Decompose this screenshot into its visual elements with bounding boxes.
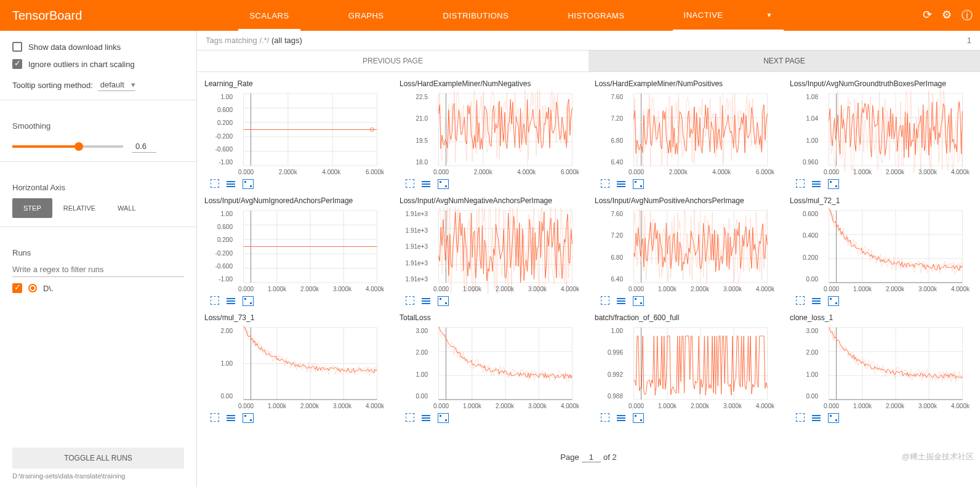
chart-plot[interactable]: 3.002.001.000.00 0.0001.000k2.000k3.000k… bbox=[790, 324, 973, 411]
chart-title: Loss/HardExampleMiner/NumPositives bbox=[595, 79, 777, 88]
tag-filter-bar: Tags matching /.*/ (all tags) 1 bbox=[197, 31, 980, 50]
chart-plot[interactable]: 2.001.000.00 0.0001.000k2.000k3.000k4.00… bbox=[204, 324, 387, 411]
watermark: @稀土掘金技术社区 bbox=[902, 451, 974, 462]
box-icon[interactable] bbox=[438, 413, 449, 423]
box-icon[interactable] bbox=[828, 296, 839, 306]
box-icon[interactable] bbox=[438, 296, 449, 306]
expand-icon[interactable] bbox=[601, 413, 609, 422]
lines-icon[interactable] bbox=[811, 179, 822, 189]
chart-title: TotalLoss bbox=[400, 313, 582, 322]
chart-card: Learning_Rate 1.000.6000.200-0.200-0.600… bbox=[204, 79, 387, 189]
horiz-axis-label: Horizontal Axis bbox=[12, 183, 184, 192]
expand-icon[interactable] bbox=[601, 296, 609, 305]
chart-card: Loss/HardExampleMiner/NumNegatives 22.52… bbox=[400, 79, 582, 189]
chart-title: Loss/Input/AvgNumIgnoredAnchorsPerImage bbox=[204, 196, 387, 205]
lines-icon[interactable] bbox=[225, 296, 236, 306]
checkbox-checked-icon[interactable] bbox=[12, 283, 22, 293]
lines-icon[interactable] bbox=[420, 179, 432, 189]
expand-icon[interactable] bbox=[406, 413, 414, 422]
lines-icon[interactable] bbox=[225, 179, 236, 189]
lines-icon[interactable] bbox=[616, 296, 627, 306]
box-icon[interactable] bbox=[828, 413, 839, 423]
box-icon[interactable] bbox=[633, 413, 644, 423]
chart-plot[interactable]: 1.000.6000.200-0.200-0.600-1.00 0.0001.0… bbox=[204, 207, 387, 294]
runs-filter-input[interactable] bbox=[12, 262, 184, 277]
checkbox-unchecked-icon[interactable] bbox=[12, 42, 22, 52]
axis-wall-button[interactable]: WALL bbox=[106, 198, 147, 218]
tab-graphs[interactable]: GRAPHS bbox=[337, 0, 395, 31]
chart-card: Loss/Input/AvgNumIgnoredAnchorsPerImage … bbox=[204, 196, 387, 306]
next-page-button[interactable]: NEXT PAGE bbox=[588, 50, 980, 72]
ignore-outliers-row[interactable]: Ignore outliers in chart scaling bbox=[12, 59, 184, 69]
expand-icon[interactable] bbox=[406, 179, 414, 188]
chart-plot[interactable]: 1.000.6000.200-0.200-0.600-1.00 0.0002.0… bbox=[204, 91, 387, 177]
prev-page-button[interactable]: PREVIOUS PAGE bbox=[197, 50, 588, 72]
box-icon[interactable] bbox=[438, 179, 449, 189]
info-icon[interactable]: ⓘ bbox=[962, 8, 973, 23]
chart-plot[interactable]: 0.6000.4000.2000.00 0.0001.000k2.000k3.0… bbox=[790, 207, 973, 294]
chart-actions bbox=[400, 296, 582, 306]
refresh-icon[interactable]: ⟳ bbox=[923, 8, 932, 23]
expand-icon[interactable] bbox=[406, 296, 414, 305]
chart-card: TotalLoss 3.002.001.000.00 0.0001.000k2.… bbox=[400, 313, 582, 423]
chart-card: Loss/mul_72_1 0.6000.4000.2000.00 0.0001… bbox=[790, 196, 973, 306]
sidebar: Show data download links Ignore outliers… bbox=[0, 31, 197, 487]
chart-card: Loss/Input/AvgNumNegativeAnchorsPerImage… bbox=[400, 196, 582, 306]
lines-icon[interactable] bbox=[225, 413, 236, 423]
box-icon[interactable] bbox=[243, 179, 254, 189]
chart-title: Loss/mul_73_1 bbox=[204, 313, 387, 322]
box-icon[interactable] bbox=[633, 296, 644, 306]
chart-actions bbox=[204, 413, 387, 423]
gear-icon[interactable]: ⚙ bbox=[942, 8, 952, 23]
chart-actions bbox=[400, 413, 582, 423]
chart-card: Loss/mul_73_1 2.001.000.00 0.0001.000k2.… bbox=[204, 313, 387, 423]
chart-plot[interactable]: 7.607.206.806.40 0.0001.000k2.000k3.000k… bbox=[595, 207, 777, 294]
box-icon[interactable] bbox=[633, 179, 644, 189]
chart-plot[interactable]: 22.521.019.518.0 0.0002.000k4.000k6.000k bbox=[400, 91, 582, 177]
page-info: Page1of 2 bbox=[197, 448, 980, 467]
run-item[interactable]: D\. bbox=[12, 283, 184, 293]
chart-plot[interactable]: 1.081.041.000.960 0.0001.000k2.000k3.000… bbox=[790, 91, 973, 177]
chart-actions bbox=[400, 179, 582, 189]
lines-icon[interactable] bbox=[616, 413, 627, 423]
expand-icon[interactable] bbox=[601, 179, 609, 188]
lines-icon[interactable] bbox=[811, 296, 822, 306]
smoothing-value[interactable]: 0.6 bbox=[132, 140, 156, 153]
lines-icon[interactable] bbox=[811, 413, 822, 423]
lines-icon[interactable] bbox=[420, 413, 432, 423]
expand-icon[interactable] bbox=[796, 179, 805, 188]
chart-plot[interactable]: 1.000.9960.9920.988 0.0001.000k2.000k3.0… bbox=[595, 324, 777, 411]
smoothing-slider[interactable] bbox=[12, 145, 123, 148]
tab-inactive[interactable]: INACTIVE▼ bbox=[673, 0, 784, 31]
expand-icon[interactable] bbox=[211, 296, 219, 305]
chart-plot[interactable]: 3.002.001.000.00 0.0001.000k2.000k3.000k… bbox=[400, 324, 582, 411]
checkbox-checked-icon[interactable] bbox=[12, 59, 22, 69]
expand-icon[interactable] bbox=[211, 179, 219, 188]
chart-actions bbox=[595, 413, 777, 423]
box-icon[interactable] bbox=[828, 179, 839, 189]
runs-label: Runs bbox=[12, 248, 184, 257]
axis-step-button[interactable]: STEP bbox=[12, 198, 52, 218]
toggle-all-runs-button[interactable]: TOGGLE ALL RUNS bbox=[12, 448, 184, 469]
tab-scalars[interactable]: SCALARS bbox=[238, 0, 300, 31]
tooltip-sort-select[interactable]: default bbox=[98, 79, 135, 91]
chart-plot[interactable]: 1.91e+31.91e+31.91e+31.91e+31.91e+3 0.00… bbox=[400, 207, 582, 294]
page-number-input[interactable]: 1 bbox=[582, 453, 601, 462]
ignore-outliers-label: Ignore outliers in chart scaling bbox=[28, 60, 135, 69]
lines-icon[interactable] bbox=[616, 179, 627, 189]
show-download-row[interactable]: Show data download links bbox=[12, 42, 184, 52]
chart-title: clone_loss_1 bbox=[790, 313, 973, 322]
expand-icon[interactable] bbox=[211, 413, 219, 422]
box-icon[interactable] bbox=[243, 296, 254, 306]
run-item-label: D\. bbox=[43, 284, 54, 293]
chart-actions bbox=[595, 179, 777, 189]
axis-relative-button[interactable]: RELATIVE bbox=[52, 198, 106, 218]
tab-distributions[interactable]: DISTRIBUTIONS bbox=[432, 0, 520, 31]
expand-icon[interactable] bbox=[796, 296, 805, 305]
lines-icon[interactable] bbox=[420, 296, 432, 306]
expand-icon[interactable] bbox=[796, 413, 805, 422]
tooltip-sort-label: Tooltip sorting method: bbox=[12, 81, 93, 90]
tab-histograms[interactable]: HISTOGRAMS bbox=[556, 0, 635, 31]
box-icon[interactable] bbox=[243, 413, 254, 423]
chart-plot[interactable]: 7.607.206.806.40 0.0002.000k4.000k6.000k bbox=[595, 91, 777, 177]
